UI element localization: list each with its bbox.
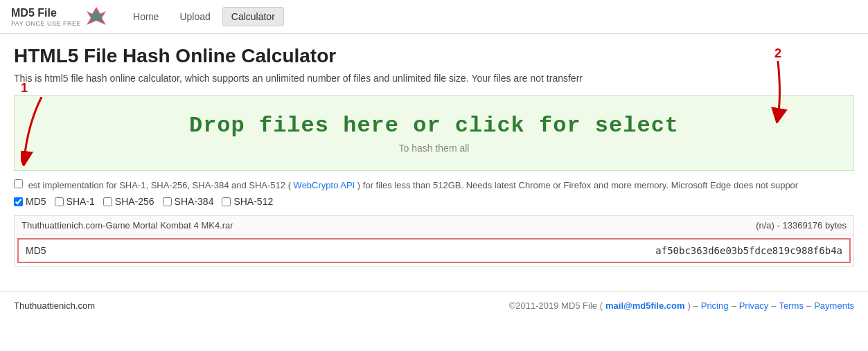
drop-zone-text: Drop files here or click for select [189, 113, 679, 138]
info-row: est implementation for SHA-1, SHA-256, S… [14, 179, 854, 190]
footer-separator-0: ) – [688, 300, 698, 311]
main-content: HTML5 File Hash Online Calculator This i… [0, 34, 868, 286]
logo-icon [85, 6, 107, 28]
file-header: Thuthuattienich.com-Game Mortal Kombat 4… [15, 216, 853, 235]
drop-zone-wrapper: 1 2 Drop [14, 95, 854, 171]
checkbox-sha512-input[interactable] [222, 197, 231, 206]
page-title: HTML5 File Hash Online Calculator [14, 45, 854, 67]
webcrypto-link[interactable]: WebCrypto API [294, 180, 355, 190]
file-hash-row: MD5 af50bc363d6e03b5fdce819c988f6b4a [17, 238, 851, 263]
info-checkbox[interactable] [14, 179, 23, 188]
footer-right: ©2011-2019 MD5 File ( mail@md5file.com )… [509, 300, 854, 311]
footer-privacy[interactable]: Privacy [739, 300, 769, 311]
logo-title: MD5 File [11, 6, 81, 19]
nav-upload[interactable]: Upload [170, 7, 219, 26]
checkboxes-row: MD5 SHA-1 SHA-256 SHA-384 SHA-512 [14, 196, 854, 207]
checkbox-md5-label: MD5 [26, 196, 46, 207]
info-text-1: est implementation for SHA-1, SHA-256, S… [28, 180, 291, 190]
header: MD5 File PAY ONCE USE FREE Home Upload C… [0, 0, 868, 34]
footer-pricing[interactable]: Pricing [701, 300, 729, 311]
nav-home[interactable]: Home [124, 7, 168, 26]
checkbox-sha1-input[interactable] [55, 197, 64, 206]
file-name: Thuthuattienich.com-Game Mortal Kombat 4… [21, 220, 233, 231]
checkbox-sha384-label: SHA-384 [175, 196, 214, 207]
hash-label: MD5 [26, 245, 46, 256]
checkbox-sha256[interactable]: SHA-256 [103, 196, 154, 207]
checkbox-sha1-label: SHA-1 [67, 196, 95, 207]
logo-area: MD5 File PAY ONCE USE FREE [11, 6, 107, 28]
checkbox-sha256-label: SHA-256 [115, 196, 154, 207]
footer-dash-3: – [806, 300, 811, 311]
footer-copyright: ©2011-2019 MD5 File ( [509, 300, 603, 311]
footer-dash-1: – [731, 300, 736, 311]
footer-left: Thuthuattienich.com [14, 300, 95, 311]
footer-terms[interactable]: Terms [779, 300, 804, 311]
nav-links: Home Upload Calculator [124, 7, 284, 26]
page-description: This is html5 file hash online calculato… [14, 73, 854, 84]
nav-calculator[interactable]: Calculator [222, 7, 284, 26]
checkbox-sha512[interactable]: SHA-512 [222, 196, 273, 207]
footer: Thuthuattienich.com ©2011-2019 MD5 File … [0, 291, 868, 319]
checkbox-md5[interactable]: MD5 [14, 196, 46, 207]
file-size: (n/a) - 13369176 bytes [756, 220, 847, 231]
footer-payments[interactable]: Payments [814, 300, 854, 311]
footer-email[interactable]: mail@md5file.com [605, 300, 685, 311]
drop-zone[interactable]: Drop files here or click for select To h… [14, 95, 854, 171]
checkbox-sha256-input[interactable] [103, 197, 112, 206]
info-text-2: ) for files less than 512GB. Needs lates… [357, 180, 798, 190]
checkbox-sha384-input[interactable] [163, 197, 172, 206]
drop-zone-subtext: To hash them all [399, 143, 470, 154]
checkbox-sha1[interactable]: SHA-1 [55, 196, 95, 207]
file-section: Thuthuattienich.com-Game Mortal Kombat 4… [14, 215, 854, 267]
logo-subtitle: PAY ONCE USE FREE [11, 20, 81, 27]
checkbox-sha512-label: SHA-512 [233, 196, 273, 207]
logo-text: MD5 File PAY ONCE USE FREE [11, 6, 81, 26]
footer-dash-2: – [771, 300, 776, 311]
checkbox-sha384[interactable]: SHA-384 [163, 196, 214, 207]
checkbox-md5-input[interactable] [14, 197, 23, 206]
hash-value: af50bc363d6e03b5fdce819c988f6b4a [655, 245, 842, 256]
